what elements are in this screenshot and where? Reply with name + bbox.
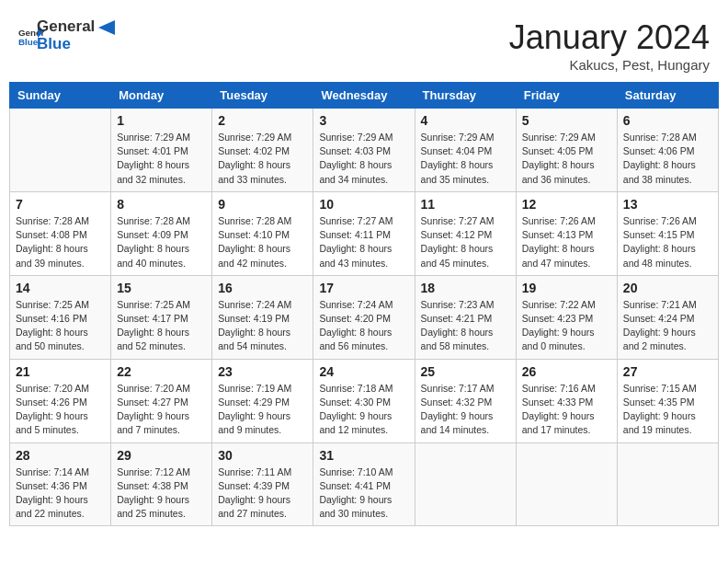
day-info: Sunrise: 7:26 AMSunset: 4:15 PMDaylight:… xyxy=(623,214,712,270)
day-number: 26 xyxy=(522,364,611,379)
calendar-cell xyxy=(415,442,516,526)
day-info: Sunrise: 7:29 AMSunset: 4:05 PMDaylight:… xyxy=(522,131,611,187)
calendar-cell: 18Sunrise: 7:23 AMSunset: 4:21 PMDayligh… xyxy=(415,275,516,359)
calendar-cell: 21Sunrise: 7:20 AMSunset: 4:26 PMDayligh… xyxy=(10,359,111,442)
svg-text:Blue: Blue xyxy=(18,36,39,46)
day-info: Sunrise: 7:11 AMSunset: 4:39 PMDaylight:… xyxy=(218,465,307,522)
day-info: Sunrise: 7:22 AMSunset: 4:23 PMDaylight:… xyxy=(522,298,611,354)
day-info: Sunrise: 7:12 AMSunset: 4:38 PMDaylight:… xyxy=(117,465,206,522)
col-header-wednesday: Wednesday xyxy=(313,83,415,109)
day-number: 22 xyxy=(117,364,206,379)
col-header-monday: Monday xyxy=(111,83,212,109)
day-number: 14 xyxy=(16,281,105,295)
calendar-cell: 9Sunrise: 7:28 AMSunset: 4:10 PMDaylight… xyxy=(212,191,313,275)
day-info: Sunrise: 7:19 AMSunset: 4:29 PMDaylight:… xyxy=(218,382,307,438)
calendar-cell: 31Sunrise: 7:10 AMSunset: 4:41 PMDayligh… xyxy=(313,442,415,526)
day-number: 18 xyxy=(421,281,510,295)
day-number: 8 xyxy=(117,197,206,212)
logo-blue-text: Blue xyxy=(37,36,95,53)
calendar-cell: 29Sunrise: 7:12 AMSunset: 4:38 PMDayligh… xyxy=(111,442,212,526)
calendar-cell: 27Sunrise: 7:15 AMSunset: 4:35 PMDayligh… xyxy=(617,359,718,442)
day-number: 28 xyxy=(16,448,105,463)
calendar-cell: 16Sunrise: 7:24 AMSunset: 4:19 PMDayligh… xyxy=(212,275,313,359)
calendar-week-row: 14Sunrise: 7:25 AMSunset: 4:16 PMDayligh… xyxy=(10,275,719,359)
day-info: Sunrise: 7:27 AMSunset: 4:11 PMDaylight:… xyxy=(319,214,408,270)
day-number: 5 xyxy=(522,113,611,128)
calendar-cell: 6Sunrise: 7:28 AMSunset: 4:06 PMDaylight… xyxy=(617,109,718,192)
location-subtitle: Kakucs, Pest, Hungary xyxy=(509,57,710,73)
day-number: 2 xyxy=(218,113,307,128)
day-number: 17 xyxy=(319,281,408,295)
day-info: Sunrise: 7:29 AMSunset: 4:01 PMDaylight:… xyxy=(117,131,206,187)
calendar-cell: 15Sunrise: 7:25 AMSunset: 4:17 PMDayligh… xyxy=(111,275,212,359)
day-info: Sunrise: 7:28 AMSunset: 4:09 PMDaylight:… xyxy=(117,214,206,270)
calendar-cell: 1Sunrise: 7:29 AMSunset: 4:01 PMDaylight… xyxy=(111,109,212,192)
calendar-cell: 10Sunrise: 7:27 AMSunset: 4:11 PMDayligh… xyxy=(313,191,415,275)
logo-general-text: General xyxy=(37,18,95,36)
calendar-cell: 7Sunrise: 7:28 AMSunset: 4:08 PMDaylight… xyxy=(10,191,111,275)
logo-arrow-icon xyxy=(98,20,120,48)
day-info: Sunrise: 7:28 AMSunset: 4:08 PMDaylight:… xyxy=(16,214,105,270)
day-info: Sunrise: 7:18 AMSunset: 4:30 PMDaylight:… xyxy=(319,382,408,438)
calendar-cell: 12Sunrise: 7:26 AMSunset: 4:13 PMDayligh… xyxy=(516,191,617,275)
day-number: 31 xyxy=(319,448,408,463)
calendar-cell: 8Sunrise: 7:28 AMSunset: 4:09 PMDaylight… xyxy=(111,191,212,275)
day-info: Sunrise: 7:16 AMSunset: 4:33 PMDaylight:… xyxy=(522,382,611,438)
col-header-sunday: Sunday xyxy=(10,83,111,109)
calendar-cell xyxy=(516,442,617,526)
calendar-cell: 17Sunrise: 7:24 AMSunset: 4:20 PMDayligh… xyxy=(313,275,415,359)
day-number: 21 xyxy=(16,364,105,379)
col-header-thursday: Thursday xyxy=(415,83,516,109)
day-number: 1 xyxy=(117,113,206,128)
col-header-friday: Friday xyxy=(516,83,617,109)
day-info: Sunrise: 7:28 AMSunset: 4:06 PMDaylight:… xyxy=(623,131,712,187)
day-info: Sunrise: 7:25 AMSunset: 4:16 PMDaylight:… xyxy=(16,298,105,354)
calendar-table: SundayMondayTuesdayWednesdayThursdayFrid… xyxy=(9,82,719,526)
calendar-cell: 19Sunrise: 7:22 AMSunset: 4:23 PMDayligh… xyxy=(516,275,617,359)
calendar-cell: 23Sunrise: 7:19 AMSunset: 4:29 PMDayligh… xyxy=(212,359,313,442)
calendar-cell: 5Sunrise: 7:29 AMSunset: 4:05 PMDaylight… xyxy=(516,109,617,192)
day-number: 12 xyxy=(522,197,611,212)
calendar-cell: 25Sunrise: 7:17 AMSunset: 4:32 PMDayligh… xyxy=(415,359,516,442)
day-number: 7 xyxy=(16,197,105,212)
day-number: 23 xyxy=(218,364,307,379)
day-number: 15 xyxy=(117,281,206,295)
day-number: 6 xyxy=(623,113,712,128)
day-number: 4 xyxy=(421,113,510,128)
day-info: Sunrise: 7:28 AMSunset: 4:10 PMDaylight:… xyxy=(218,214,307,270)
day-info: Sunrise: 7:20 AMSunset: 4:27 PMDaylight:… xyxy=(117,382,206,438)
calendar-cell: 28Sunrise: 7:14 AMSunset: 4:36 PMDayligh… xyxy=(10,442,111,526)
col-header-tuesday: Tuesday xyxy=(212,83,313,109)
day-number: 24 xyxy=(319,364,408,379)
day-info: Sunrise: 7:10 AMSunset: 4:41 PMDaylight:… xyxy=(319,465,408,522)
calendar-cell: 14Sunrise: 7:25 AMSunset: 4:16 PMDayligh… xyxy=(10,275,111,359)
day-info: Sunrise: 7:15 AMSunset: 4:35 PMDaylight:… xyxy=(623,382,712,438)
calendar-week-row: 1Sunrise: 7:29 AMSunset: 4:01 PMDaylight… xyxy=(10,109,719,192)
day-number: 9 xyxy=(218,197,307,212)
day-number: 27 xyxy=(623,364,712,379)
day-info: Sunrise: 7:29 AMSunset: 4:04 PMDaylight:… xyxy=(421,131,510,187)
day-number: 10 xyxy=(319,197,408,212)
day-info: Sunrise: 7:17 AMSunset: 4:32 PMDaylight:… xyxy=(421,382,510,438)
day-number: 30 xyxy=(218,448,307,463)
day-number: 20 xyxy=(623,281,712,295)
day-info: Sunrise: 7:25 AMSunset: 4:17 PMDaylight:… xyxy=(117,298,206,354)
calendar-cell: 20Sunrise: 7:21 AMSunset: 4:24 PMDayligh… xyxy=(617,275,718,359)
calendar-cell: 3Sunrise: 7:29 AMSunset: 4:03 PMDaylight… xyxy=(313,109,415,192)
calendar-header-row: SundayMondayTuesdayWednesdayThursdayFrid… xyxy=(10,83,719,109)
calendar-cell: 4Sunrise: 7:29 AMSunset: 4:04 PMDaylight… xyxy=(415,109,516,192)
day-info: Sunrise: 7:27 AMSunset: 4:12 PMDaylight:… xyxy=(421,214,510,270)
calendar-cell: 11Sunrise: 7:27 AMSunset: 4:12 PMDayligh… xyxy=(415,191,516,275)
day-info: Sunrise: 7:21 AMSunset: 4:24 PMDaylight:… xyxy=(623,298,712,354)
calendar-cell: 22Sunrise: 7:20 AMSunset: 4:27 PMDayligh… xyxy=(111,359,212,442)
day-number: 29 xyxy=(117,448,206,463)
day-number: 13 xyxy=(623,197,712,212)
day-info: Sunrise: 7:29 AMSunset: 4:03 PMDaylight:… xyxy=(319,131,408,187)
day-number: 25 xyxy=(421,364,510,379)
day-number: 16 xyxy=(218,281,307,295)
svg-marker-3 xyxy=(98,20,115,35)
day-number: 19 xyxy=(522,281,611,295)
col-header-saturday: Saturday xyxy=(617,83,718,109)
calendar-week-row: 21Sunrise: 7:20 AMSunset: 4:26 PMDayligh… xyxy=(10,359,719,442)
title-area: January 2024 Kakucs, Pest, Hungary xyxy=(509,18,710,73)
